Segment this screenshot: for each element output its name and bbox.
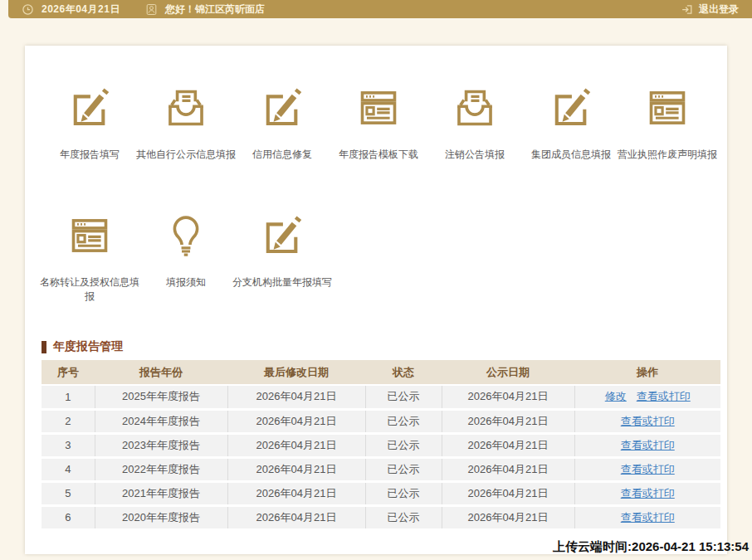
cell-status: 已公示	[365, 385, 442, 409]
shortcut-annual-report-template-download[interactable]: 年度报告模板下载	[330, 84, 427, 162]
view-print-link[interactable]: 查看或打印	[621, 463, 675, 475]
shortcut-branch-batch-annual-report[interactable]: 分支机构批量年报填写	[234, 212, 330, 304]
cell-no: 3	[42, 433, 95, 457]
cell-status: 已公示	[365, 481, 442, 505]
cell-last-modified: 2026年04月21日	[227, 481, 365, 505]
logout-icon	[681, 3, 693, 16]
logout-label: 退出登录	[699, 2, 739, 17]
clock-icon	[22, 3, 34, 16]
cell-publish-date: 2026年04月21日	[442, 481, 574, 505]
cell-report-year: 2020年年度报告	[95, 505, 227, 529]
section-marker	[42, 341, 46, 353]
column-header-no: 序号	[42, 360, 95, 385]
shortcut-label: 填报须知	[134, 275, 238, 290]
browser-page-icon	[353, 84, 404, 132]
inbox-document-icon	[449, 84, 501, 132]
shortcut-other-self-publicity-info[interactable]: 其他自行公示信息填报	[138, 84, 234, 162]
shortcut-grid: 年度报告填写 其他自行公示信息填报 信用信息修复 年度报告模板下载 注销公告填报…	[42, 84, 715, 304]
view-print-link[interactable]: 查看或打印	[621, 415, 675, 427]
shortcut-annual-report-fill[interactable]: 年度报告填写	[42, 84, 138, 162]
cell-last-modified: 2026年04月21日	[227, 457, 365, 481]
cell-report-year: 2022年年度报告	[95, 457, 227, 481]
column-header-actions: 操作	[574, 360, 720, 385]
annual-report-table: 序号 报告年份 最后修改日期 状态 公示日期 操作 1 2025年年度报告 20…	[42, 360, 720, 531]
shortcut-filling-instructions[interactable]: 填报须知	[138, 212, 234, 304]
cell-last-modified: 2026年04月21日	[227, 505, 365, 529]
cell-actions: 查看或打印	[574, 457, 720, 481]
cell-publish-date: 2026年04月21日	[442, 505, 574, 529]
cell-report-year: 2023年年度报告	[95, 433, 227, 457]
view-print-link[interactable]: 查看或打印	[621, 439, 675, 451]
user-icon	[145, 3, 158, 16]
shortcut-label: 注销公告填报	[422, 148, 527, 162]
edit-square-icon	[256, 212, 308, 260]
main-content-card: 年度报告填写 其他自行公示信息填报 信用信息修复 年度报告模板下载 注销公告填报…	[25, 46, 727, 554]
table-row: 4 2022年年度报告 2026年04月21日 已公示 2026年04月21日 …	[42, 457, 720, 481]
edit-square-icon	[64, 84, 115, 132]
table-row: 6 2020年年度报告 2026年04月21日 已公示 2026年04月21日 …	[42, 505, 720, 529]
shortcut-label: 分支机构批量年报填写	[230, 275, 334, 290]
cell-status: 已公示	[365, 457, 442, 481]
cell-publish-date: 2026年04月21日	[442, 457, 574, 481]
column-header-report-year: 报告年份	[95, 360, 227, 385]
cell-no: 6	[42, 505, 95, 529]
cell-status: 已公示	[365, 409, 442, 433]
cell-actions: 修改查看或打印	[574, 385, 720, 409]
modify-link[interactable]: 修改	[605, 390, 627, 402]
logout-button[interactable]: 退出登录	[681, 2, 739, 17]
section-title: 年度报告管理	[53, 339, 123, 354]
cell-actions: 查看或打印	[574, 409, 720, 433]
column-header-status: 状态	[365, 360, 442, 385]
browser-page-icon	[642, 84, 693, 132]
shortcut-label: 年度报告填写	[37, 148, 142, 162]
cell-no: 2	[42, 409, 95, 433]
cell-no: 4	[42, 457, 95, 481]
cell-status: 已公示	[365, 433, 442, 457]
shortcut-business-license-void-statement[interactable]: 营业执照作废声明填报	[619, 84, 715, 162]
cell-last-modified: 2026年04月21日	[227, 385, 365, 409]
shortcut-credit-info-repair[interactable]: 信用信息修复	[234, 84, 330, 162]
cell-publish-date: 2026年04月21日	[442, 433, 574, 457]
table-row: 5 2021年年度报告 2026年04月21日 已公示 2026年04月21日 …	[42, 481, 720, 505]
table-row: 3 2023年年度报告 2026年04月21日 已公示 2026年04月21日 …	[42, 433, 720, 457]
user-greeting: 您好！锦江区芮昕面店	[165, 2, 265, 17]
shortcut-group-member-info[interactable]: 集团成员信息填报	[523, 84, 619, 162]
shortcut-name-transfer-authorization-info[interactable]: 名称转让及授权信息填报	[42, 212, 138, 304]
cell-status: 已公示	[365, 505, 442, 529]
shortcut-label: 营业执照作废声明填报	[615, 148, 720, 162]
shortcut-label: 集团成员信息填报	[519, 148, 623, 162]
browser-page-icon	[64, 212, 115, 260]
shortcut-label: 信用信息修复	[230, 148, 334, 162]
upload-cloud-time-text: 上传云端时间:2026-04-21 15:13:54	[553, 539, 749, 555]
inbox-document-icon	[160, 84, 212, 132]
view-print-link[interactable]: 查看或打印	[621, 487, 675, 499]
cell-actions: 查看或打印	[574, 505, 720, 529]
current-date: 2026年04月21日	[42, 2, 120, 17]
cell-no: 1	[42, 385, 95, 409]
cell-publish-date: 2026年04月21日	[442, 409, 574, 433]
cell-actions: 查看或打印	[574, 433, 720, 457]
view-print-link[interactable]: 查看或打印	[621, 511, 675, 523]
section-header-annual-report-management: 年度报告管理	[42, 339, 123, 354]
shortcut-label: 其他自行公示信息填报	[134, 148, 238, 162]
shortcut-cancellation-notice[interactable]: 注销公告填报	[427, 84, 523, 162]
view-print-link[interactable]: 查看或打印	[637, 390, 691, 402]
cell-report-year: 2024年年度报告	[95, 409, 227, 433]
table-header-row: 序号 报告年份 最后修改日期 状态 公示日期 操作	[42, 360, 720, 385]
shortcut-label: 名称转让及授权信息填报	[37, 275, 142, 304]
column-header-last-modified: 最后修改日期	[227, 360, 365, 385]
cell-last-modified: 2026年04月21日	[227, 409, 365, 433]
cell-no: 5	[42, 481, 95, 505]
lightbulb-icon	[160, 212, 212, 260]
column-header-publish-date: 公示日期	[442, 360, 574, 385]
table-row: 1 2025年年度报告 2026年04月21日 已公示 2026年04月21日 …	[42, 385, 720, 409]
cell-publish-date: 2026年04月21日	[442, 385, 574, 409]
table-row: 2 2024年年度报告 2026年04月21日 已公示 2026年04月21日 …	[42, 409, 720, 433]
cell-report-year: 2021年年度报告	[95, 481, 227, 505]
shortcut-label: 年度报告模板下载	[326, 148, 431, 162]
edit-square-icon	[545, 84, 597, 132]
cell-report-year: 2025年年度报告	[95, 385, 227, 409]
cell-actions: 查看或打印	[574, 481, 720, 505]
cell-last-modified: 2026年04月21日	[227, 433, 365, 457]
edit-square-icon	[256, 84, 308, 132]
